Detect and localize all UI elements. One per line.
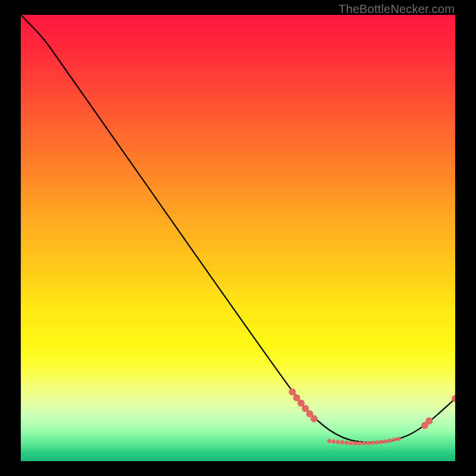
data-point — [336, 440, 340, 444]
data-point — [345, 441, 349, 445]
data-point — [367, 441, 371, 446]
data-point — [388, 439, 392, 443]
data-point — [371, 441, 375, 445]
data-point — [379, 440, 383, 444]
watermark-text: TheBottleNecker.com — [339, 2, 455, 16]
data-points — [289, 389, 455, 446]
chart-frame: TheBottleNecker.com — [0, 0, 476, 476]
data-point — [397, 437, 401, 441]
data-point — [384, 440, 388, 444]
data-point — [375, 440, 379, 444]
data-point — [349, 441, 353, 446]
data-point — [362, 441, 366, 446]
data-point — [331, 440, 336, 444]
data-point — [392, 438, 396, 442]
bottleneck-curve — [21, 15, 455, 443]
data-point — [289, 389, 296, 396]
data-point — [425, 418, 433, 425]
data-point — [327, 439, 331, 443]
plot-area — [21, 15, 455, 461]
data-point — [358, 441, 362, 446]
chart-svg — [21, 15, 455, 461]
data-point — [340, 440, 345, 444]
data-point — [311, 415, 318, 422]
data-point — [353, 441, 358, 446]
